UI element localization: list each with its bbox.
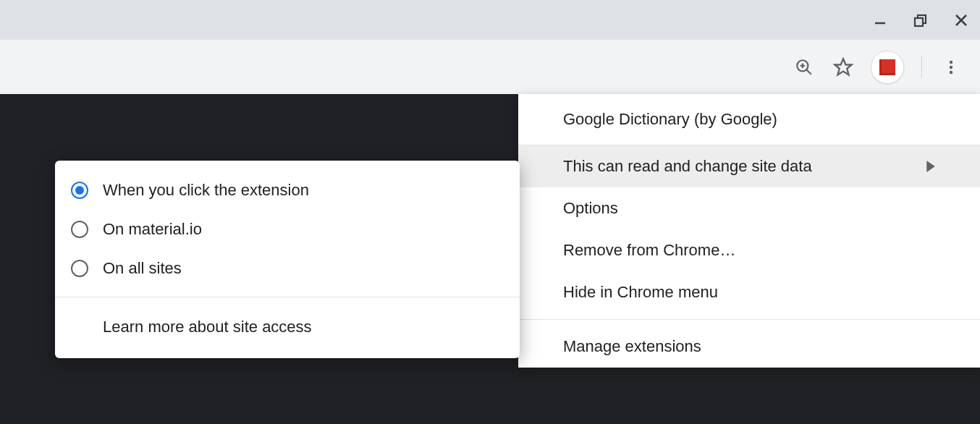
svg-point-11 — [950, 65, 952, 68]
menu-item-label: This can read and change site data — [563, 157, 812, 176]
page-content: Google Dictionary (by Google) This can r… — [0, 94, 980, 424]
menu-item-label: Manage extensions — [563, 337, 701, 356]
menu-item-remove[interactable]: Remove from Chrome… — [518, 229, 980, 271]
context-menu-title: Google Dictionary (by Google) — [518, 94, 980, 145]
svg-point-12 — [950, 70, 952, 73]
learn-more-label: Learn more about site access — [103, 318, 312, 336]
svg-point-10 — [950, 60, 952, 63]
dictionary-book-icon — [879, 59, 895, 75]
menu-item-label: Remove from Chrome… — [563, 241, 735, 260]
radio-label: When you click the extension — [103, 181, 309, 200]
menu-item-manage-extensions[interactable]: Manage extensions — [518, 326, 980, 368]
learn-more-link[interactable]: Learn more about site access — [55, 306, 520, 348]
maximize-button[interactable] — [911, 10, 931, 30]
radio-option-on-click[interactable]: When you click the extension — [55, 171, 520, 210]
menu-item-label: Hide in Chrome menu — [563, 283, 718, 302]
extension-icon[interactable] — [871, 51, 904, 84]
radio-option-all-sites[interactable]: On all sites — [55, 249, 520, 288]
close-button[interactable] — [951, 10, 971, 30]
menu-item-options[interactable]: Options — [518, 187, 980, 229]
menu-item-site-data[interactable]: This can read and change site data — [518, 145, 980, 187]
minimize-button[interactable] — [870, 10, 890, 30]
extension-context-menu: Google Dictionary (by Google) This can r… — [518, 94, 980, 368]
radio-icon — [71, 182, 88, 199]
toolbar-separator — [921, 56, 922, 78]
bookmark-star-icon[interactable] — [832, 56, 855, 79]
menu-item-label: Options — [563, 199, 618, 218]
site-access-submenu: When you click the extension On material… — [55, 161, 520, 358]
radio-icon — [71, 221, 88, 238]
svg-line-6 — [806, 69, 811, 75]
kebab-menu-icon[interactable] — [939, 56, 963, 79]
radio-label: On all sites — [103, 259, 182, 278]
window-title-bar — [0, 0, 980, 40]
browser-toolbar — [0, 40, 980, 94]
radio-option-on-site[interactable]: On material.io — [55, 210, 520, 249]
svg-rect-2 — [915, 18, 923, 26]
radio-icon — [71, 260, 88, 277]
radio-label: On material.io — [103, 220, 202, 239]
submenu-arrow-icon — [926, 161, 935, 172]
svg-marker-13 — [926, 161, 934, 172]
submenu-separator — [55, 297, 520, 297]
zoom-icon[interactable] — [793, 56, 816, 79]
menu-separator — [518, 319, 980, 320]
menu-item-hide[interactable]: Hide in Chrome menu — [518, 271, 980, 313]
svg-marker-9 — [835, 59, 851, 75]
